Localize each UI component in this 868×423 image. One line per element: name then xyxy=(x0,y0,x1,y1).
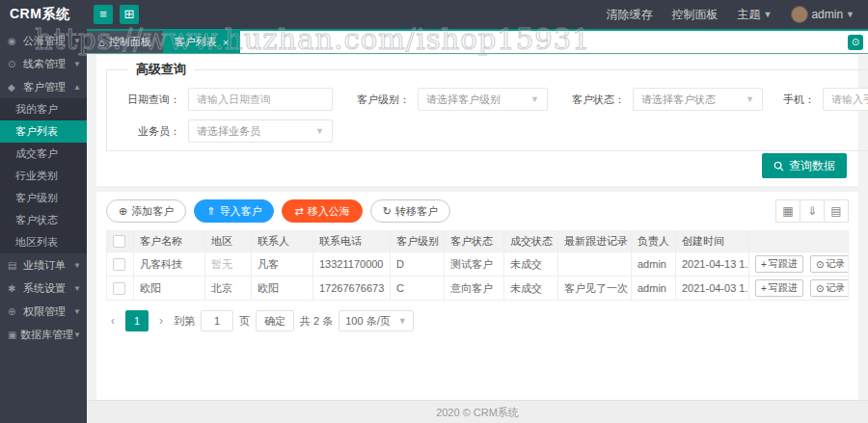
per-page-value: 100 条/页 xyxy=(345,314,390,329)
upload-icon: ⇑ xyxy=(206,205,215,218)
per-page-select[interactable]: 100 条/页 ▼ xyxy=(339,310,413,331)
cell-owner: admin xyxy=(632,277,676,301)
chevron-down-icon: ▼ xyxy=(846,10,854,19)
tab-dashboard[interactable]: ⌂ 控制面板 xyxy=(87,31,163,53)
sidebar-item-label: 系统设置 xyxy=(23,281,66,296)
select-all-checkbox[interactable] xyxy=(113,235,125,248)
move-to-public-sea-button[interactable]: ⇄ 移入公海 xyxy=(282,199,362,223)
table-row: 欧阳 北京 欧阳 17267676673 C 意向客户 未成交 客户见了一次 a… xyxy=(107,277,849,301)
print-button[interactable]: ▤ xyxy=(824,199,849,223)
follow-records-button[interactable]: ⊙记录 xyxy=(810,279,849,297)
button-label: 转移客户 xyxy=(395,204,438,219)
header-right: 清除缓存 控制面板 主题 ▼ admin ▼ xyxy=(606,6,868,23)
sidebar-item-customer-level[interactable]: 客户级别 xyxy=(0,187,87,209)
home-icon: ⌂ xyxy=(98,37,105,48)
clock-icon: ⊙ xyxy=(816,283,824,294)
chevron-down-icon: ▼ xyxy=(73,284,81,293)
close-icon[interactable]: × xyxy=(223,37,229,48)
sidebar-item-customer-status[interactable]: 客户状态 xyxy=(0,209,87,231)
button-label: 移入公海 xyxy=(308,204,350,219)
cell-name: 凡客科技 xyxy=(134,252,205,277)
date-input[interactable] xyxy=(188,88,333,111)
salesman-select[interactable]: 请选择业务员 ▼ xyxy=(188,119,333,143)
col-status: 客户状态 xyxy=(445,231,504,252)
user-dropdown[interactable]: admin ▼ xyxy=(791,6,854,23)
advanced-query-panel: 高级查询 日期查询： 客户级别： 请选择客户级别 ▼ 客户状态： 请选择客户 xyxy=(96,55,858,186)
share-icon: ◉ xyxy=(8,36,20,46)
sidebar-item-label: 公海管理 xyxy=(23,34,66,48)
sidebar-item-region-list[interactable]: 地区列表 xyxy=(0,231,87,253)
clear-cache-link[interactable]: 清除缓存 xyxy=(606,7,652,23)
salesman-select-value: 请选择业务员 xyxy=(197,124,260,139)
sidebar-item-orders[interactable]: ▤ 业绩订单 ▼ xyxy=(0,253,87,277)
sidebar-item-customers[interactable]: ◆ 客户管理 ▲ xyxy=(0,75,87,98)
transfer-icon: ↻ xyxy=(383,205,392,218)
sidebar-item-industry-category[interactable]: 行业类别 xyxy=(0,165,87,187)
cell-follow xyxy=(558,252,632,277)
tab-bar: ⌂ 控制面板 客户列表 × ⊙ xyxy=(87,29,868,54)
write-follow-button[interactable]: +写跟进 xyxy=(755,279,803,297)
shortcut-grid-button[interactable]: ⊞ xyxy=(120,5,139,24)
tab-customer-list[interactable]: 客户列表 × xyxy=(163,31,240,53)
table-tool-icons: ▦ ⇓ ▤ xyxy=(776,199,849,223)
plus-icon: + xyxy=(761,259,767,270)
customer-submenu: 我的客户 客户列表 成交客户 行业类别 客户级别 客户状态 地区列表 xyxy=(0,98,87,253)
sidebar-item-settings[interactable]: ✱ 系统设置 ▼ xyxy=(0,277,87,300)
sidebar-item-customer-list[interactable]: 客户列表 xyxy=(0,120,87,143)
next-page-button[interactable]: › xyxy=(154,314,168,328)
sidebar-item-my-customers[interactable]: 我的客户 xyxy=(0,98,87,120)
sidebar-item-deal-customers[interactable]: 成交客户 xyxy=(0,143,87,165)
phone-input[interactable] xyxy=(823,88,868,111)
import-customers-button[interactable]: ⇑ 导入客户 xyxy=(194,199,274,223)
dashboard-link[interactable]: 控制面板 xyxy=(671,7,718,23)
goto-label: 到第 xyxy=(174,314,195,329)
theme-dropdown[interactable]: 主题 ▼ xyxy=(737,7,772,23)
print-icon: ▤ xyxy=(830,204,841,218)
current-page-button[interactable]: 1 xyxy=(125,310,149,331)
app-logo: CRM系统 xyxy=(0,6,87,23)
level-label: 客户级别： xyxy=(346,93,410,107)
col-owner: 负责人 xyxy=(632,231,676,252)
select-all-cell xyxy=(107,231,134,252)
row-checkbox[interactable] xyxy=(113,282,125,295)
sidebar-item-leads[interactable]: ⊙ 线索管理 ▼ xyxy=(0,52,87,75)
cell-deal: 未成交 xyxy=(504,277,558,301)
sidebar-item-permissions[interactable]: ⊕ 权限管理 ▼ xyxy=(0,300,87,323)
action-label: 记录 xyxy=(826,257,845,271)
col-phone: 联系电话 xyxy=(313,231,391,252)
filter-columns-button[interactable]: ▦ xyxy=(775,199,800,223)
shield-icon: ⊕ xyxy=(8,306,20,317)
tab-more-button[interactable]: ⊙ xyxy=(848,35,863,50)
transfer-customers-button[interactable]: ↻ 转移客户 xyxy=(370,199,450,223)
sidebar-item-public-sea[interactable]: ◉ 公海管理 ▼ xyxy=(0,29,87,52)
chevron-down-icon: ▼ xyxy=(398,316,407,326)
table-row: 凡客科技 暂无 凡客 13321170000 D 测试客户 未成交 admin … xyxy=(107,252,849,277)
prev-page-button[interactable]: ‹ xyxy=(106,314,120,328)
database-icon: ▣ xyxy=(8,330,17,340)
salesman-label: 业务员： xyxy=(117,124,180,139)
follow-records-button[interactable]: ⊙记录 xyxy=(810,255,849,273)
leads-icon: ⊙ xyxy=(8,59,20,69)
clock-icon: ⊙ xyxy=(816,259,824,270)
cell-follow: 客户见了一次 xyxy=(558,277,632,301)
row-checkbox[interactable] xyxy=(113,258,125,271)
hamburger-icon: ≡ xyxy=(99,7,107,21)
write-follow-button[interactable]: +写跟进 xyxy=(755,255,803,273)
col-actions xyxy=(749,231,849,252)
sidebar-item-database[interactable]: ▣ 数据库管理 ▼ xyxy=(0,323,87,346)
action-label: 写跟进 xyxy=(769,257,798,271)
goto-confirm-button[interactable]: 确定 xyxy=(256,310,294,331)
menu-toggle-button[interactable]: ≡ xyxy=(94,5,113,24)
export-button[interactable]: ⇓ xyxy=(800,199,825,223)
table-toolbar: ⊕ 添加客户 ⇑ 导入客户 ⇄ 移入公海 ↻ 转移客户 ▦ ⇓ ▤ xyxy=(106,199,849,223)
status-select[interactable]: 请选择客户状态 ▼ xyxy=(633,88,763,111)
phone-label: 手机： xyxy=(776,93,815,107)
query-row-1: 日期查询： 客户级别： 请选择客户级别 ▼ 客户状态： 请选择客户状态 ▼ xyxy=(117,88,868,111)
level-select[interactable]: 请选择客户级别 ▼ xyxy=(418,88,548,111)
sidebar-item-label: 行业类别 xyxy=(15,169,58,183)
search-data-button[interactable]: 查询数据 xyxy=(762,153,847,178)
field-salesman: 业务员： 请选择业务员 ▼ xyxy=(117,119,333,143)
cell-contact: 凡客 xyxy=(252,252,313,277)
goto-page-input[interactable] xyxy=(201,310,233,331)
add-customer-button[interactable]: ⊕ 添加客户 xyxy=(106,199,186,223)
